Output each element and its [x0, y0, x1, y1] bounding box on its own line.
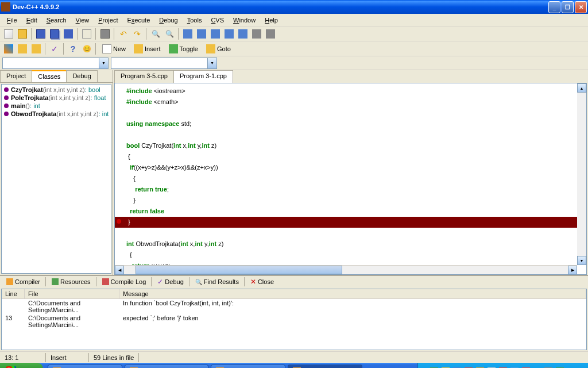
- editor-tab-1[interactable]: Program 3-5.cpp: [114, 70, 174, 83]
- hscroll[interactable]: ◀ ▶: [115, 265, 577, 274]
- clean-icon[interactable]: [264, 28, 277, 40]
- print-icon[interactable]: [99, 28, 111, 40]
- taskbar-button[interactable]: Podstawy_programo...: [125, 365, 208, 368]
- about-icon[interactable]: 😊: [80, 43, 93, 55]
- saveall-icon[interactable]: [48, 28, 61, 40]
- combo1[interactable]: ▼: [2, 57, 109, 69]
- msg-header-line[interactable]: Line: [2, 289, 25, 298]
- redo-icon[interactable]: ↷: [131, 28, 144, 40]
- toolbar-main: ↶ ↷ 🔍 🔍: [0, 26, 588, 41]
- btab-debug[interactable]: ✓Debug: [153, 276, 187, 288]
- scroll-left-icon[interactable]: ◀: [115, 266, 124, 275]
- colors3-icon[interactable]: [30, 43, 42, 55]
- menu-tools[interactable]: Tools: [183, 16, 207, 25]
- code-line[interactable]: {: [115, 151, 586, 162]
- menu-debug[interactable]: Debug: [154, 16, 182, 25]
- combo2[interactable]: ▼: [111, 57, 217, 69]
- system-tray[interactable]: ◀ PL 20:18: [417, 363, 588, 368]
- colors1-icon[interactable]: [2, 43, 15, 55]
- code-line[interactable]: [115, 228, 586, 239]
- code-line[interactable]: bool CzyTrojkat(int x,int y,int z): [115, 140, 586, 151]
- run-icon[interactable]: [195, 28, 208, 40]
- class-item[interactable]: ObwodTrojkata (int x,int y,int z) : int: [3, 110, 110, 118]
- class-list[interactable]: CzyTrojkat (int x,int y,int z) : boolPol…: [1, 84, 111, 274]
- check-icon[interactable]: ✓: [48, 43, 61, 55]
- close-file-icon[interactable]: [80, 28, 93, 40]
- btab-close[interactable]: ✕Close: [246, 276, 278, 288]
- code-line[interactable]: using namespace std;: [115, 118, 586, 129]
- class-item[interactable]: CzyTrojkat (int x,int y,int z) : bool: [3, 86, 110, 94]
- msg-header-file[interactable]: File: [25, 289, 119, 298]
- compile-icon[interactable]: [181, 28, 194, 40]
- app-icon: [1, 2, 10, 12]
- tab-debug[interactable]: Debug: [66, 70, 97, 82]
- colors2-icon[interactable]: [16, 43, 29, 55]
- scroll-up-icon[interactable]: ▲: [577, 83, 586, 93]
- insert-button[interactable]: Insert: [130, 43, 164, 55]
- open-icon[interactable]: [16, 28, 29, 40]
- saveas-icon[interactable]: [62, 28, 75, 40]
- save-icon[interactable]: [34, 28, 47, 40]
- compilerun-icon[interactable]: [209, 28, 222, 40]
- menu-file[interactable]: File: [2, 16, 22, 25]
- editor-tab-2[interactable]: Program 3-1.cpp: [173, 70, 233, 83]
- rebuild-icon[interactable]: [223, 28, 235, 40]
- goto-button[interactable]: Goto: [203, 43, 234, 55]
- tab-classes[interactable]: Classes: [32, 70, 67, 82]
- undo-icon[interactable]: ↶: [117, 28, 130, 40]
- toggle-button[interactable]: Toggle: [165, 43, 202, 55]
- taskbar-button[interactable]: Dev-C++: [288, 365, 362, 368]
- vscroll[interactable]: ▲ ▼: [577, 83, 586, 265]
- new-button[interactable]: New: [99, 43, 129, 55]
- hscroll-thumb[interactable]: [136, 266, 342, 274]
- msg-header-message[interactable]: Message: [119, 289, 586, 298]
- menu-execute[interactable]: Execute: [123, 16, 155, 25]
- message-row[interactable]: 13C:\Documents and Settings\Marcin\...ex…: [2, 314, 586, 329]
- profile-icon[interactable]: [250, 28, 263, 40]
- debug-icon[interactable]: [237, 28, 249, 40]
- class-item[interactable]: main () : int: [3, 102, 110, 110]
- scroll-down-icon[interactable]: ▼: [577, 256, 586, 265]
- menu-window[interactable]: Window: [229, 16, 260, 25]
- code-line[interactable]: int ObwodTrojkata(int x,int y,int z): [115, 239, 586, 250]
- code-line[interactable]: }: [115, 195, 586, 206]
- tab-project[interactable]: Project: [0, 70, 32, 82]
- taskbar-button[interactable]: Wykład: [48, 365, 122, 368]
- close-button[interactable]: ✕: [575, 1, 587, 13]
- btab-findresults[interactable]: 🔍Find Results: [191, 277, 243, 287]
- menu-project[interactable]: Project: [94, 16, 122, 25]
- start-button[interactable]: Start: [0, 363, 43, 368]
- combo-row: ▼ ▼: [0, 56, 588, 70]
- code-line[interactable]: return true;: [115, 184, 586, 195]
- taskbar-button[interactable]: Algorytmy_1.pptx: [211, 365, 285, 368]
- scroll-right-icon[interactable]: ▶: [568, 266, 577, 275]
- code-line[interactable]: return false: [115, 206, 586, 217]
- code-line[interactable]: {: [115, 173, 586, 184]
- menu-help[interactable]: Help: [260, 16, 283, 25]
- class-item[interactable]: PoleTrojkata (int x,int y,int z) : float: [3, 94, 110, 102]
- code-line[interactable]: #include <iostream>: [115, 86, 586, 97]
- code-line[interactable]: }: [115, 217, 586, 228]
- menu-view[interactable]: View: [71, 16, 94, 25]
- btab-compiler[interactable]: Compiler: [2, 277, 44, 287]
- menu-cvs[interactable]: CVS: [206, 16, 229, 25]
- code-line[interactable]: {: [115, 250, 586, 260]
- menu-edit[interactable]: Edit: [22, 16, 42, 25]
- code-line[interactable]: if((x+y>z)&&(y+z>x)&&(z+x>y)): [115, 162, 586, 173]
- code-line[interactable]: [115, 129, 586, 140]
- window-title: Dev-C++ 4.9.9.2: [13, 3, 548, 10]
- btab-resources[interactable]: Resources: [48, 277, 95, 287]
- message-row[interactable]: C:\Documents and Settings\Marcin\...In f…: [2, 299, 586, 314]
- toolbar-second: ✓ ? 😊 New Insert Toggle Goto: [0, 41, 588, 56]
- help-icon[interactable]: ?: [67, 43, 79, 55]
- code-editor[interactable]: #include <iostream>#include <cmath> usin…: [114, 83, 587, 275]
- btab-compilelog[interactable]: Compile Log: [98, 277, 150, 287]
- code-line[interactable]: [115, 108, 586, 118]
- replace-icon[interactable]: 🔍: [163, 28, 176, 40]
- menu-search[interactable]: Search: [42, 16, 71, 25]
- find-icon[interactable]: 🔍: [149, 28, 162, 40]
- minimize-button[interactable]: _: [548, 1, 560, 13]
- new-icon[interactable]: [2, 28, 15, 40]
- code-line[interactable]: #include <cmath>: [115, 97, 586, 108]
- maximize-button[interactable]: ❐: [562, 1, 574, 13]
